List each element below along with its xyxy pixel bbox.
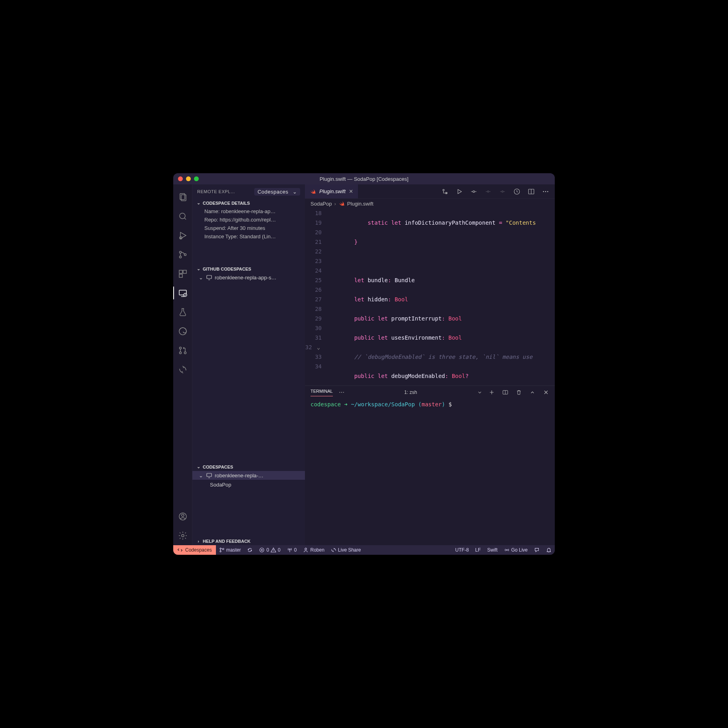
status-user[interactable]: Roben — [300, 545, 327, 555]
svg-point-24 — [473, 190, 475, 192]
more-actions-icon[interactable] — [542, 188, 549, 195]
chevron-down-icon: ⌄ — [196, 266, 201, 271]
status-notifications[interactable] — [543, 545, 555, 555]
ports-count: 0 — [294, 547, 297, 553]
terminal-host: codespace — [311, 401, 341, 408]
codespace-folder-item[interactable]: SodaPop — [192, 480, 305, 489]
sidebar: REMOTE EXPL… Codespaces ⌄ ⌄ CODESPACE DE… — [192, 184, 305, 545]
extensions-icon[interactable] — [173, 264, 192, 283]
breadcrumb[interactable]: SodaPop › Plugin.swift — [305, 199, 555, 208]
svg-point-5 — [179, 256, 181, 258]
close-tab-icon[interactable]: ✕ — [349, 188, 353, 194]
detail-suspend: Suspend: After 30 minutes — [192, 224, 305, 232]
testing-icon[interactable] — [173, 303, 192, 322]
terminal-dropdown-icon[interactable] — [477, 389, 483, 396]
run-icon[interactable] — [456, 188, 463, 195]
sidebar-view-dropdown[interactable]: Codespaces ⌄ — [254, 188, 300, 196]
svg-rect-7 — [179, 270, 182, 273]
search-icon[interactable] — [173, 207, 192, 226]
section-github-codespaces[interactable]: ⌄ GITHUB CODESPACES — [192, 265, 305, 273]
status-feedback[interactable] — [531, 545, 543, 555]
live-share-icon[interactable] — [173, 360, 192, 379]
sidebar-title: REMOTE EXPL… — [197, 189, 251, 194]
section-help-feedback[interactable]: › HELP AND FEEDBACK — [192, 537, 305, 545]
run-debug-icon[interactable] — [173, 226, 192, 245]
terminal-tab[interactable]: TERMINAL — [311, 389, 333, 396]
svg-rect-19 — [207, 275, 212, 279]
status-liveshare[interactable]: Live Share — [328, 545, 364, 555]
commit-node-icon[interactable] — [470, 188, 477, 195]
status-ports[interactable]: 0 — [284, 545, 300, 555]
swift-file-icon — [310, 188, 316, 195]
status-eol[interactable]: LF — [472, 545, 484, 555]
section-codespaces[interactable]: ⌄ CODESPACES — [192, 463, 305, 471]
chevron-down-icon: ⌄ — [293, 189, 297, 195]
codespace-item[interactable]: ⌄ robenkleene-repla-app-s… — [192, 273, 305, 282]
svg-point-2 — [180, 213, 185, 219]
explorer-icon[interactable] — [173, 188, 192, 207]
remote-explorer-icon[interactable] — [173, 283, 192, 303]
prev-change-icon[interactable] — [485, 188, 492, 195]
svg-point-26 — [502, 191, 503, 192]
open-changes-icon[interactable] — [513, 188, 520, 195]
chevron-down-icon: ⌄ — [196, 464, 201, 469]
split-editor-icon[interactable] — [528, 188, 535, 195]
source-control-icon[interactable] — [173, 245, 192, 264]
status-golive[interactable]: Go Live — [501, 545, 531, 555]
error-icon — [259, 547, 265, 553]
status-language[interactable]: Swift — [484, 545, 501, 555]
close-window-button[interactable] — [178, 176, 183, 181]
panel-more-icon[interactable] — [338, 389, 345, 396]
breadcrumb-separator: › — [334, 201, 336, 207]
terminal-branch: master — [421, 401, 442, 408]
codespace-active-item[interactable]: ⌄ robenkleene-repla-… — [192, 471, 305, 480]
breadcrumb-item[interactable]: SodaPop — [311, 201, 332, 207]
remote-icon — [177, 547, 183, 553]
new-terminal-icon[interactable] — [489, 389, 495, 396]
minimize-window-button[interactable] — [186, 176, 191, 181]
status-branch[interactable]: master — [216, 545, 244, 555]
svg-point-41 — [305, 548, 307, 550]
section-codespace-details[interactable]: ⌄ CODESPACE DETAILS — [192, 199, 305, 207]
titlebar: Plugin.swift — SodaPop [Codespaces] — [173, 173, 555, 184]
terminal-selector[interactable]: 1: zsh — [350, 390, 471, 395]
status-problems[interactable]: 0 0 — [256, 545, 283, 555]
maximize-panel-icon[interactable] — [529, 389, 536, 396]
status-bar: Codespaces master 0 0 0 Roben Live Share — [173, 545, 555, 555]
status-sync[interactable] — [244, 545, 256, 555]
svg-point-29 — [543, 191, 544, 192]
codespace-item-label: robenkleene-repla-app-s… — [215, 275, 302, 281]
settings-gear-icon[interactable] — [173, 526, 192, 545]
codespace-active-label: robenkleene-repla-… — [215, 473, 297, 479]
svg-point-40 — [289, 549, 290, 550]
code-content[interactable]: static let infoDictionaryPathComponent =… — [327, 208, 555, 386]
liveshare-label: Live Share — [338, 547, 361, 553]
editor-group: Plugin.swift ✕ SodaPop › Pl — [305, 184, 555, 545]
accounts-icon[interactable] — [173, 507, 192, 526]
user-label: Roben — [310, 547, 324, 553]
panel-tabs: TERMINAL 1: zsh — [305, 386, 555, 399]
next-change-icon[interactable] — [499, 188, 506, 195]
zoom-window-button[interactable] — [194, 176, 199, 181]
tab-bar: Plugin.swift ✕ — [305, 184, 555, 199]
breadcrumb-item[interactable]: Plugin.swift — [347, 201, 374, 207]
close-panel-icon[interactable] — [543, 389, 549, 396]
section-title: GITHUB CODESPACES — [203, 267, 251, 271]
compare-icon[interactable] — [441, 188, 449, 195]
code-editor[interactable]: 181920212223242526272829303132 ⌄3334 sta… — [305, 208, 555, 386]
broadcast-icon — [504, 547, 510, 553]
editor-tab[interactable]: Plugin.swift ✕ — [305, 184, 358, 198]
terminal-panel: TERMINAL 1: zsh codespace — [305, 386, 555, 545]
status-encoding[interactable]: UTF-8 — [452, 545, 472, 555]
kill-terminal-icon[interactable] — [516, 389, 522, 396]
github-pr-icon[interactable] — [173, 341, 192, 360]
split-terminal-icon[interactable] — [502, 389, 508, 396]
edge-icon[interactable] — [173, 322, 192, 341]
svg-point-33 — [341, 392, 342, 393]
terminal-content[interactable]: codespace ➜ ~/workspace/SodaPop (master)… — [305, 399, 555, 545]
vm-icon — [206, 274, 212, 281]
branch-label: master — [226, 547, 241, 553]
remote-indicator[interactable]: Codespaces — [173, 545, 216, 555]
svg-point-32 — [339, 392, 340, 393]
fold-icon[interactable]: ⌄ — [315, 342, 322, 352]
